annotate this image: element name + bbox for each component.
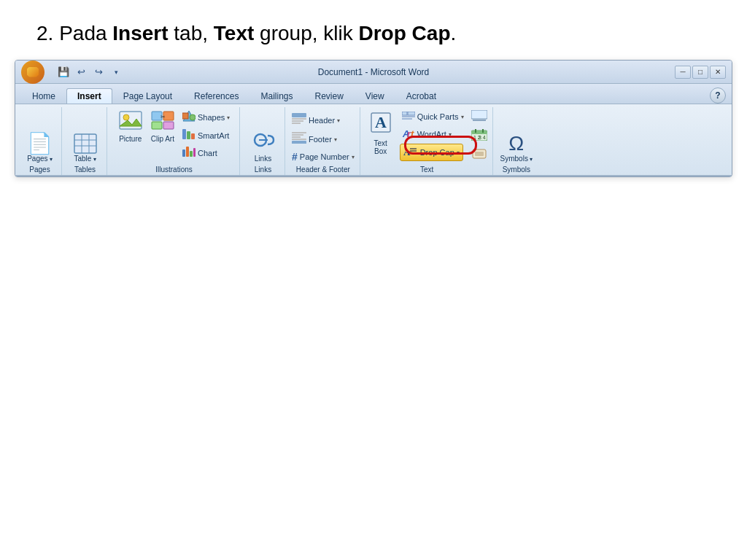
ribbon: 📄 Pages Pages [15, 104, 732, 176]
smart-art-label: SmartArt [198, 131, 229, 140]
svg-rect-14 [182, 113, 188, 119]
svg-rect-30 [292, 134, 303, 136]
links-group-label: Links [244, 164, 282, 175]
qa-dropdown-button[interactable]: ▾ [109, 65, 123, 79]
clip-art-icon: ✂ [151, 110, 174, 134]
symbols-button[interactable]: Ω Symbols [498, 132, 536, 164]
drop-cap-button[interactable]: A Drop Cap ▾ [400, 144, 463, 161]
page-number-arrow: ▾ [352, 154, 355, 160]
picture-icon [119, 110, 142, 134]
clip-art-button[interactable]: ✂ Clip Art [148, 109, 177, 144]
word-window: 💾 ↩ ↪ ▾ Document1 - Microsoft Word ─ □ ✕… [15, 60, 732, 177]
svg-rect-37 [408, 112, 415, 115]
footer-arrow: ▾ [334, 136, 337, 143]
instruction-mid2: group, klik [254, 22, 358, 44]
group-hf-content: Header ▾ Foot [290, 109, 357, 164]
tab-page-layout[interactable]: Page Layout [112, 88, 183, 104]
window-title: Document1 - Microsoft Word [318, 67, 430, 77]
title-bar-left: 💾 ↩ ↪ ▾ [21, 61, 123, 84]
shapes-arrow: ▾ [227, 114, 230, 121]
dropcap-bold: Drop Cap [359, 22, 451, 44]
word-art-icon: A r t [402, 128, 415, 141]
group-links-content: Links [247, 109, 280, 164]
office-button[interactable] [21, 61, 44, 84]
undo-button[interactable]: ↩ [74, 65, 88, 79]
tab-acrobat[interactable]: Acrobat [395, 88, 447, 104]
restore-button[interactable]: □ [692, 66, 708, 79]
drop-cap-icon: A [403, 146, 418, 159]
tab-review[interactable]: Review [303, 88, 354, 104]
text-extra-col: 1 2 3 4 [469, 109, 489, 164]
word-art-button[interactable]: A r t WordArt ▾ [400, 126, 454, 142]
save-button[interactable]: 💾 [56, 65, 71, 79]
word-art-label: WordArt [417, 130, 446, 139]
instruction-prefix: 2. Pada [36, 22, 112, 44]
object-button[interactable] [469, 147, 489, 164]
title-bar: 💾 ↩ ↪ ▾ Document1 - Microsoft Word ─ □ ✕ [15, 61, 732, 84]
symbols-group-label: Symbols [498, 164, 536, 175]
pages-group-label: Pages [21, 164, 58, 175]
shapes-button[interactable]: Shapes ▾ [180, 109, 232, 126]
footer-icon [292, 132, 306, 147]
chart-icon [182, 147, 196, 160]
quick-parts-button[interactable]: Quick Parts ▾ [400, 109, 466, 125]
tab-bar: Home Insert Page Layout References Maili… [15, 84, 732, 104]
svg-text:A: A [375, 113, 387, 131]
group-links: Links Links [241, 107, 285, 175]
help-button[interactable]: ? [710, 88, 726, 104]
drop-cap-arrow: ▾ [457, 149, 460, 156]
group-header-footer: Header ▾ Foot [287, 107, 360, 175]
svg-rect-36 [402, 112, 407, 115]
window-controls: ─ □ ✕ [675, 66, 726, 79]
tab-insert[interactable]: Insert [66, 88, 112, 104]
svg-rect-19 [182, 149, 185, 157]
links-button[interactable]: Links [247, 128, 280, 164]
svg-rect-18 [191, 133, 195, 139]
tab-view[interactable]: View [355, 88, 395, 104]
signature-line-button[interactable] [469, 109, 489, 126]
picture-label: Picture [119, 135, 142, 143]
tab-references[interactable]: References [183, 88, 249, 104]
group-text-content: A TextBox [365, 109, 489, 164]
tab-mailings[interactable]: Mailings [249, 88, 303, 104]
smart-art-button[interactable]: SmartArt [180, 128, 231, 144]
drop-cap-label: Drop Cap [420, 148, 454, 157]
redo-button[interactable]: ↪ [91, 65, 106, 79]
pages-button[interactable]: 📄 Pages [23, 132, 57, 164]
svg-rect-0 [74, 134, 96, 153]
quick-parts-icon [402, 110, 415, 123]
table-button[interactable]: Table [69, 132, 102, 164]
tab-home[interactable]: Home [21, 88, 66, 104]
svg-text:t: t [411, 129, 414, 138]
page-number-icon: # [292, 151, 298, 163]
hf-group-label: Header & Footer [290, 164, 357, 175]
svg-rect-21 [190, 151, 193, 157]
table-icon [74, 133, 97, 154]
page-number-button[interactable]: # Page Number ▾ [290, 149, 357, 164]
minimize-button[interactable]: ─ [675, 66, 691, 79]
header-button[interactable]: Header ▾ [290, 112, 342, 129]
footer-button[interactable]: Footer ▾ [290, 131, 339, 148]
picture-button[interactable]: Picture [116, 109, 145, 144]
chart-button[interactable]: Chart [180, 145, 220, 161]
svg-rect-17 [187, 131, 190, 139]
instruction-text: 2. Pada Insert tab, Text group, klik Dro… [0, 0, 747, 60]
svg-rect-25 [292, 113, 306, 117]
group-illustrations-content: Picture ✂ Clip Art [116, 109, 233, 164]
text-box-icon: A [369, 110, 392, 139]
svg-rect-22 [193, 148, 196, 157]
svg-rect-27 [292, 120, 303, 122]
svg-point-15 [190, 114, 196, 120]
group-tables: Table Tables [63, 107, 107, 175]
svg-rect-31 [292, 136, 301, 138]
svg-point-6 [123, 114, 129, 120]
close-button[interactable]: ✕ [710, 66, 726, 79]
header-label: Header [309, 116, 335, 125]
svg-rect-10 [152, 122, 162, 129]
text-box-button[interactable]: A TextBox [365, 109, 397, 157]
date-time-button[interactable]: 1 2 3 4 [469, 128, 489, 145]
svg-text:A: A [403, 147, 411, 156]
quick-parts-arrow: ▾ [461, 114, 464, 120]
group-symbols: Ω Symbols Symbols [495, 107, 539, 175]
object-icon [471, 148, 487, 163]
